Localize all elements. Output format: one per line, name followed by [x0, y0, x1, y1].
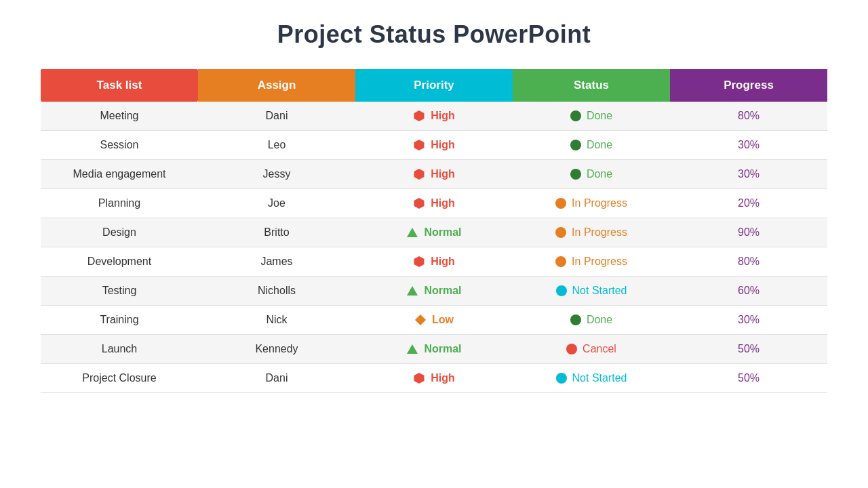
assign-name: Nick	[198, 306, 355, 335]
status-cell: Not Started	[513, 277, 670, 306]
status-label: Not Started	[572, 285, 627, 297]
priority-label: High	[431, 372, 455, 384]
task-name: Launch	[41, 335, 198, 364]
priority-cell: High	[355, 189, 513, 218]
task-name: Development	[41, 247, 198, 277]
diamond-icon	[414, 314, 427, 326]
priority-label: High	[431, 139, 455, 151]
progress-value: 80%	[670, 102, 827, 131]
progress-value: 30%	[670, 306, 827, 335]
project-table: Task list Assign Priority Status Progres…	[41, 69, 827, 393]
status-cell: Done	[513, 131, 670, 160]
status-cell: Cancel	[513, 335, 670, 364]
page-title: Project Status PowerPoint	[277, 20, 591, 49]
status-dot-icon	[570, 314, 581, 325]
priority-cell: Normal	[355, 218, 513, 247]
status-dot-icon	[555, 198, 566, 209]
priority-label: High	[431, 110, 455, 122]
hex-icon	[413, 197, 425, 209]
table-row: PlanningJoeHighIn Progress20%	[41, 189, 827, 218]
hex-icon	[413, 168, 425, 180]
assign-name: James	[198, 247, 355, 277]
table-row: MeetingDaniHighDone80%	[41, 102, 827, 131]
hex-icon	[413, 110, 425, 122]
status-cell: Not Started	[513, 364, 670, 393]
triangle-icon	[406, 226, 418, 239]
table-row: TrainingNickLowDone30%	[41, 306, 827, 335]
assign-name: Britto	[198, 218, 355, 247]
col-header-priority: Priority	[355, 69, 513, 102]
table-row: DesignBrittoNormalIn Progress90%	[41, 218, 827, 247]
status-label: In Progress	[572, 197, 627, 209]
status-label: Done	[587, 168, 612, 180]
progress-value: 20%	[670, 189, 827, 218]
table-row: LaunchKennedyNormalCancel50%	[41, 335, 827, 364]
status-cell: Done	[513, 306, 670, 335]
svg-marker-4	[407, 228, 418, 237]
table-row: Media engagementJessyHighDone30%	[41, 160, 827, 189]
col-header-status: Status	[513, 69, 670, 102]
priority-label: High	[431, 197, 455, 209]
status-dot-icon	[566, 344, 577, 354]
priority-label: Low	[432, 314, 454, 326]
svg-marker-1	[414, 140, 425, 150]
svg-marker-9	[414, 373, 425, 384]
progress-value: 80%	[670, 247, 827, 277]
status-cell: Done	[513, 160, 670, 189]
svg-marker-7	[415, 314, 426, 325]
task-name: Training	[41, 306, 198, 335]
status-label: In Progress	[572, 256, 627, 268]
col-header-progress: Progress	[670, 69, 827, 102]
table-row: TestingNichollsNormalNot Started60%	[41, 277, 827, 306]
status-dot-icon	[570, 110, 581, 121]
priority-cell: High	[355, 102, 513, 131]
status-dot-icon	[570, 169, 581, 180]
svg-marker-0	[414, 110, 425, 121]
priority-label: High	[431, 168, 455, 180]
task-name: Session	[41, 131, 198, 160]
hex-icon	[413, 372, 425, 384]
status-label: Done	[587, 139, 612, 151]
triangle-icon	[406, 285, 418, 297]
assign-name: Dani	[198, 364, 355, 393]
status-cell: In Progress	[513, 189, 670, 218]
status-label: In Progress	[572, 226, 627, 239]
status-label: Cancel	[583, 343, 616, 355]
priority-cell: Low	[355, 306, 513, 335]
status-dot-icon	[555, 256, 566, 267]
status-dot-icon	[555, 227, 566, 238]
status-label: Not Started	[572, 372, 627, 384]
priority-cell: Normal	[355, 335, 513, 364]
task-name: Meeting	[41, 102, 198, 131]
hex-icon	[413, 139, 425, 151]
priority-label: High	[431, 256, 455, 268]
assign-name: Joe	[198, 189, 355, 218]
priority-cell: High	[355, 364, 513, 393]
assign-name: Nicholls	[198, 277, 355, 306]
progress-value: 60%	[670, 277, 827, 306]
priority-label: Normal	[424, 226, 461, 239]
table-row: Project ClosureDaniHighNot Started50%	[41, 364, 827, 393]
task-name: Design	[41, 218, 198, 247]
status-label: Done	[587, 314, 612, 326]
progress-value: 30%	[670, 160, 827, 189]
progress-value: 50%	[670, 364, 827, 393]
progress-value: 90%	[670, 218, 827, 247]
assign-name: Leo	[198, 131, 355, 160]
table-row: DevelopmentJamesHighIn Progress80%	[41, 247, 827, 277]
svg-marker-5	[414, 256, 425, 267]
status-cell: Done	[513, 102, 670, 131]
col-header-assign: Assign	[198, 69, 355, 102]
task-name: Project Closure	[41, 364, 198, 393]
status-cell: In Progress	[513, 247, 670, 277]
table-row: SessionLeoHighDone30%	[41, 131, 827, 160]
svg-marker-2	[414, 169, 425, 180]
status-cell: In Progress	[513, 218, 670, 247]
status-dot-icon	[556, 373, 567, 384]
priority-label: Normal	[424, 343, 461, 355]
priority-cell: High	[355, 247, 513, 277]
assign-name: Jessy	[198, 160, 355, 189]
priority-label: Normal	[424, 285, 461, 297]
progress-value: 50%	[670, 335, 827, 364]
assign-name: Dani	[198, 102, 355, 131]
